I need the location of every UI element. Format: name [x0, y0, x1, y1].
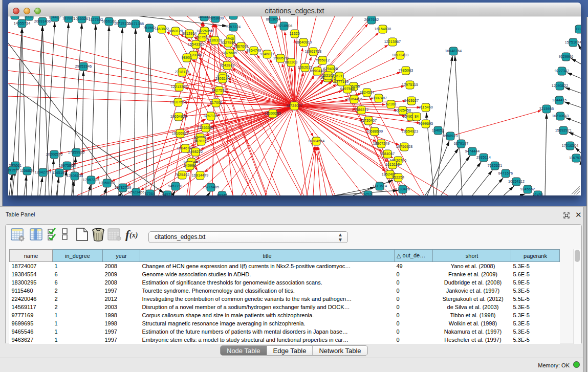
svg-text:7386372: 7386372 [354, 108, 369, 112]
svg-text:3824554: 3824554 [360, 91, 375, 94]
svg-text:9084067: 9084067 [380, 152, 395, 156]
svg-text:8471676: 8471676 [498, 171, 513, 175]
svg-text:62160: 62160 [386, 102, 396, 106]
svg-text:18226058: 18226058 [197, 29, 213, 33]
svg-text:7485063: 7485063 [399, 69, 413, 72]
svg-text:9146821: 9146821 [260, 52, 275, 56]
svg-text:10025458: 10025458 [395, 108, 411, 112]
svg-text:9463627: 9463627 [404, 99, 419, 102]
svg-text:10961758: 10961758 [305, 50, 322, 53]
svg-text:16053809: 16053809 [207, 16, 224, 20]
svg-text:16154838: 16154838 [375, 27, 391, 31]
svg-text:90245: 90245 [217, 193, 227, 195]
svg-text:18807249: 18807249 [373, 142, 390, 145]
svg-text:1588520: 1588520 [273, 56, 288, 60]
svg-text:7625402: 7625402 [175, 173, 190, 177]
svg-text:9329966: 9329966 [559, 55, 574, 58]
svg-text:162107: 162107 [322, 74, 335, 77]
svg-text:19166829: 19166829 [172, 132, 189, 135]
svg-text:1244415: 1244415 [552, 98, 567, 102]
svg-text:16543362: 16543362 [188, 42, 205, 46]
svg-text:2803144: 2803144 [215, 77, 230, 80]
svg-text:9474444: 9474444 [465, 149, 480, 153]
svg-text:2718126: 2718126 [175, 70, 190, 74]
svg-text:17359926: 17359926 [68, 150, 85, 154]
svg-text:17016504: 17016504 [562, 144, 579, 147]
svg-text:12213369: 12213369 [171, 85, 188, 89]
svg-text:39159: 39159 [8, 168, 17, 172]
svg-text:9227342: 9227342 [555, 69, 570, 73]
svg-text:10107554: 10107554 [170, 100, 187, 104]
svg-text:10807487: 10807487 [371, 96, 387, 100]
svg-text:7632621: 7632621 [488, 164, 503, 167]
svg-text:10973493: 10973493 [392, 53, 409, 57]
svg-text:15751074: 15751074 [565, 40, 581, 44]
svg-text:10654112: 10654112 [508, 180, 525, 183]
svg-text:14055714: 14055714 [14, 21, 31, 25]
svg-text:15720407: 15720407 [360, 119, 377, 122]
svg-text:17975115: 17975115 [402, 83, 418, 86]
svg-text:(x): (x) [129, 231, 138, 239]
svg-text:9245652: 9245652 [520, 187, 535, 191]
svg-text:19756928: 19756928 [396, 145, 413, 148]
svg-text:252254: 252254 [392, 176, 405, 179]
svg-text:9912: 9912 [25, 16, 33, 18]
svg-text:104417: 104417 [49, 16, 61, 19]
svg-text:16782759: 16782759 [115, 186, 132, 189]
svg-text:9327508: 9327508 [221, 41, 236, 45]
svg-text:16648764: 16648764 [445, 49, 462, 53]
svg-text:19654925: 19654925 [170, 115, 187, 118]
svg-text:94571: 94571 [162, 193, 172, 195]
svg-text:20364436: 20364436 [346, 97, 363, 101]
svg-text:15716485: 15716485 [203, 185, 220, 189]
svg-text:8427552: 8427552 [212, 89, 227, 92]
svg-text:1167533: 1167533 [569, 156, 581, 160]
svg-text:140994: 140994 [184, 164, 197, 167]
svg-text:9115460: 9115460 [419, 105, 433, 109]
svg-text:19384554: 19384554 [308, 139, 325, 143]
svg-text:8186328: 8186328 [208, 38, 223, 42]
svg-text:17957225: 17957225 [83, 178, 100, 182]
svg-text:882203: 882203 [285, 60, 298, 64]
svg-text:19218506: 19218506 [276, 24, 293, 28]
svg-text:9242848: 9242848 [220, 63, 235, 67]
svg-text:1413614: 1413614 [373, 184, 387, 188]
svg-text:20206576: 20206576 [46, 152, 63, 156]
svg-text:2630659: 2630659 [8, 16, 22, 17]
svg-text:6497568: 6497568 [340, 87, 355, 91]
svg-text:1145194: 1145194 [52, 171, 67, 174]
svg-text:10653267: 10653267 [74, 17, 91, 20]
svg-text:12505135: 12505135 [67, 174, 83, 178]
svg-text:717006: 717006 [210, 101, 223, 104]
svg-text:12923466: 12923466 [128, 190, 145, 194]
svg-text:6879197: 6879197 [454, 142, 469, 145]
svg-text:87064: 87064 [145, 192, 155, 195]
svg-text:92450: 92450 [533, 193, 543, 195]
svg-text:12213967: 12213967 [384, 40, 401, 43]
svg-text:11353594: 11353594 [198, 126, 214, 129]
svg-text:3215955: 3215955 [539, 107, 554, 111]
svg-text:8860128: 8860128 [168, 29, 183, 33]
svg-text:98901: 98901 [182, 56, 192, 59]
svg-text:8878332: 8878332 [194, 139, 209, 143]
svg-text:1112: 1112 [575, 27, 581, 31]
svg-text:6958923: 6958923 [443, 134, 458, 138]
svg-text:84: 84 [415, 115, 419, 118]
svg-text:7463822: 7463822 [155, 27, 169, 31]
svg-text:15692971: 15692971 [555, 128, 572, 132]
svg-text:3875685: 3875685 [223, 51, 237, 55]
svg-text:11325: 11325 [290, 32, 300, 35]
svg-text:183921: 183921 [62, 16, 75, 20]
svg-text:8912954: 8912954 [182, 32, 197, 35]
svg-text:164052: 164052 [432, 128, 445, 132]
svg-text:88130: 88130 [228, 16, 238, 17]
svg-text:3498222: 3498222 [188, 150, 203, 154]
svg-text:19975867: 19975867 [59, 164, 76, 167]
svg-text:1615112: 1615112 [385, 163, 400, 166]
svg-text:7357224: 7357224 [226, 25, 241, 29]
svg-text:1527602: 1527602 [89, 18, 103, 21]
svg-text:16211: 16211 [334, 74, 344, 78]
svg-text:10958107: 10958107 [99, 181, 116, 185]
svg-text:20691406: 20691406 [34, 19, 51, 23]
svg-text:1362615: 1362615 [298, 65, 313, 69]
